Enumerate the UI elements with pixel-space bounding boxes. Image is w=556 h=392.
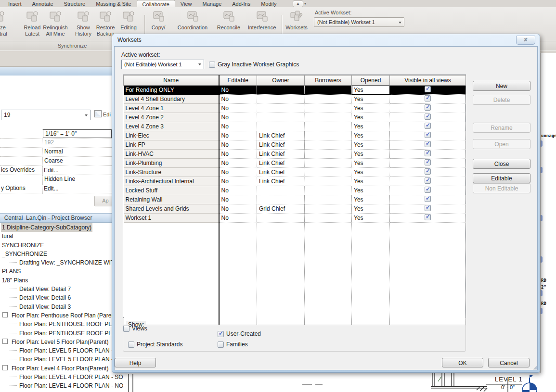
workset-name-cell[interactable]: For Rending ONLY bbox=[124, 86, 219, 95]
opened-cell[interactable]: Yes bbox=[352, 159, 390, 168]
show-option-checkbox[interactable] bbox=[123, 326, 129, 332]
workset-name-cell[interactable]: Link-Plumbing bbox=[124, 159, 219, 168]
visible-cell[interactable] bbox=[390, 131, 466, 140]
tree-item[interactable]: SYNCHRONIZE bbox=[0, 241, 123, 250]
ribbon-tab[interactable]: Insert bbox=[3, 0, 27, 7]
workset-name-cell[interactable]: Link-FP bbox=[124, 140, 219, 150]
owner-cell[interactable]: Grid Chief bbox=[257, 204, 305, 214]
workset-name-cell[interactable]: Retaining Wall bbox=[124, 195, 219, 204]
opened-cell[interactable]: Yes bbox=[352, 86, 390, 95]
owner-cell[interactable] bbox=[257, 214, 305, 223]
editable-cell[interactable]: No bbox=[219, 195, 257, 204]
ribbon-tool[interactable]: Interference bbox=[244, 9, 280, 31]
ribbon-options-caret-icon[interactable]: ▾ bbox=[304, 1, 306, 6]
borrowers-cell[interactable] bbox=[305, 86, 352, 95]
tree-glyph-icon[interactable] bbox=[10, 324, 17, 325]
edit-type-button[interactable]: Edi bbox=[94, 110, 114, 120]
dialog-button[interactable]: New bbox=[473, 81, 530, 91]
owner-cell[interactable]: Link Chief bbox=[257, 177, 305, 186]
property-value[interactable]: Edit... bbox=[43, 184, 112, 193]
visible-checkbox[interactable] bbox=[425, 141, 431, 147]
ribbon-tab[interactable]: Collaborate bbox=[137, 0, 175, 7]
ribbon-tab[interactable]: View bbox=[175, 0, 197, 7]
ribbon-tab[interactable]: Annotate bbox=[27, 0, 59, 7]
visible-checkbox[interactable] bbox=[425, 123, 431, 129]
workset-name-cell[interactable]: Level 4 Zone 3 bbox=[124, 122, 219, 131]
visible-cell[interactable] bbox=[390, 168, 466, 177]
tree-item[interactable]: tural bbox=[0, 232, 123, 240]
dialog-button[interactable]: Close bbox=[473, 159, 530, 169]
opened-cell[interactable]: Yes bbox=[352, 104, 390, 113]
opened-cell[interactable]: Yes bbox=[352, 177, 390, 186]
ribbon-tool[interactable]: Reconcile bbox=[214, 9, 244, 31]
visible-checkbox[interactable] bbox=[425, 86, 431, 92]
gray-inactive-checkbox[interactable] bbox=[209, 62, 215, 68]
workset-row[interactable]: Level 4 Zone 2 No Yes bbox=[124, 113, 466, 122]
visible-cell[interactable] bbox=[390, 95, 466, 104]
borrowers-cell[interactable] bbox=[305, 113, 352, 122]
property-value[interactable]: Hidden Line bbox=[43, 175, 112, 184]
workset-name-cell[interactable]: Links-Architectural Internal bbox=[124, 177, 219, 186]
dialog-button[interactable]: Rename bbox=[473, 123, 530, 133]
dialog-button[interactable]: Help bbox=[115, 358, 156, 367]
tree-item[interactable]: Detail View: Detail 6 bbox=[0, 293, 123, 302]
opened-cell[interactable]: Yes bbox=[352, 204, 390, 214]
worksets-tool[interactable]: Worksets bbox=[282, 9, 311, 31]
type-selector-dropdown[interactable]: 19 bbox=[1, 110, 91, 120]
workset-name-cell[interactable]: Link-Structure bbox=[124, 168, 219, 177]
tree-glyph-icon[interactable] bbox=[10, 350, 17, 351]
owner-cell[interactable] bbox=[257, 186, 305, 195]
opened-cell[interactable]: Yes bbox=[352, 150, 390, 159]
dialog-button[interactable]: Non Editable bbox=[473, 183, 530, 193]
editable-cell[interactable]: No bbox=[219, 159, 257, 168]
editable-cell[interactable]: No bbox=[219, 95, 257, 104]
workset-row[interactable]: Links-Architectural Internal No Link Chi… bbox=[124, 177, 466, 186]
opened-cell[interactable]: Yes bbox=[352, 195, 390, 204]
borrowers-cell[interactable] bbox=[305, 140, 352, 150]
level-annotation-elevation[interactable]: 0' - 0" bbox=[501, 384, 515, 390]
tree-glyph-icon[interactable] bbox=[2, 312, 8, 317]
property-value[interactable]: Normal bbox=[43, 148, 112, 156]
workset-row[interactable]: Workset 1 No Yes bbox=[124, 214, 466, 223]
opened-cell[interactable]: Yes bbox=[352, 168, 390, 177]
owner-cell[interactable] bbox=[257, 104, 305, 113]
dialog-button[interactable]: Delete bbox=[473, 95, 530, 105]
borrowers-cell[interactable] bbox=[305, 168, 352, 177]
show-option-checkbox[interactable] bbox=[218, 341, 224, 348]
editable-cell[interactable]: No bbox=[219, 150, 257, 159]
property-value[interactable]: Edit... bbox=[43, 166, 112, 175]
visible-cell[interactable] bbox=[390, 159, 466, 168]
tree-item[interactable]: Floor Plan: LEVEL 5 FLOOR PLAN - SO bbox=[0, 346, 123, 355]
tree-glyph-icon[interactable] bbox=[10, 385, 17, 386]
workset-row[interactable]: Link-Plumbing No Link Chief Yes bbox=[124, 159, 466, 168]
workset-name-cell[interactable]: Workset 1 bbox=[124, 214, 219, 223]
workset-name-cell[interactable]: Link-Elec bbox=[124, 131, 219, 140]
editable-cell[interactable]: No bbox=[219, 204, 257, 214]
visible-cell[interactable] bbox=[390, 204, 466, 214]
owner-cell[interactable]: Link Chief bbox=[257, 131, 305, 140]
tree-glyph-icon[interactable] bbox=[10, 262, 17, 263]
owner-cell[interactable]: Link Chief bbox=[257, 140, 305, 150]
tree-item[interactable]: _SYNCHRONIZE bbox=[0, 250, 123, 258]
borrowers-cell[interactable] bbox=[305, 204, 352, 214]
opened-cell[interactable]: Yes bbox=[352, 140, 390, 150]
tree-glyph-icon[interactable] bbox=[10, 333, 17, 334]
workset-row[interactable]: For Rending ONLY No Yes bbox=[124, 86, 466, 95]
tree-glyph-icon[interactable] bbox=[10, 306, 17, 307]
editable-cell[interactable]: No bbox=[219, 177, 257, 186]
ribbon-tab[interactable]: Add-Ins bbox=[227, 0, 256, 7]
tree-item[interactable]: PLANS bbox=[0, 267, 123, 276]
workset-row[interactable]: Link-Elec No Link Chief Yes bbox=[124, 131, 466, 140]
ribbon-tool[interactable]: Copy/ bbox=[146, 9, 170, 31]
tree-item[interactable]: Detail View: Detail 3 bbox=[0, 303, 123, 311]
visible-cell[interactable] bbox=[390, 113, 466, 122]
property-value[interactable]: 1/16" = 1'-0" bbox=[43, 193, 112, 194]
borrowers-cell[interactable] bbox=[305, 122, 352, 131]
owner-cell[interactable] bbox=[257, 113, 305, 122]
tree-glyph-icon[interactable] bbox=[10, 359, 17, 360]
ribbon-tab[interactable]: Modify bbox=[256, 0, 282, 7]
borrowers-cell[interactable] bbox=[305, 159, 352, 168]
editable-cell[interactable]: No bbox=[219, 104, 257, 113]
tree-glyph-icon[interactable] bbox=[2, 339, 8, 344]
ribbon-minimize-button[interactable]: ▲ bbox=[293, 0, 303, 7]
